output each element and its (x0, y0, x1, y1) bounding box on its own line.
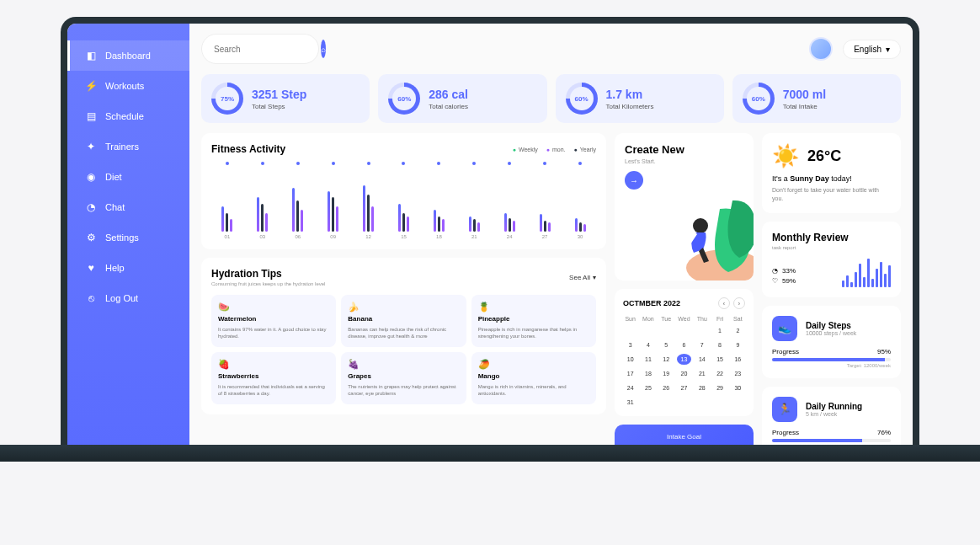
cal-dayhead: Sun (623, 316, 637, 322)
cal-day[interactable]: 4 (641, 339, 655, 350)
cal-day[interactable]: 28 (695, 382, 709, 393)
cal-day (623, 325, 637, 336)
review-title: Monthly Review (772, 232, 891, 243)
stat-label: Total Kilometers (606, 103, 654, 110)
chart-bar-group: 30 (566, 163, 594, 239)
tip-card[interactable]: 🍇GrapesThe nutrients in grapes may help … (341, 352, 466, 404)
chart-bar-group: 06 (284, 163, 312, 239)
fruit-icon: 🍍 (478, 302, 589, 313)
cal-next-icon[interactable]: › (733, 297, 745, 309)
sidebar-item-dashboard[interactable]: ◧Dashboard (67, 40, 189, 71)
sidebar-item-trainers[interactable]: ✦Trainers (67, 131, 189, 162)
cal-day[interactable]: 21 (695, 368, 709, 379)
sidebar-item-settings[interactable]: ⚙Settings (67, 222, 189, 253)
cal-day[interactable]: 8 (712, 339, 727, 350)
cal-day[interactable]: 7 (695, 339, 709, 350)
log out-icon: ⎋ (85, 292, 97, 304)
search-icon[interactable]: ⌕ (321, 40, 326, 58)
cal-day[interactable]: 6 (677, 339, 691, 350)
fruit-icon: 🍓 (218, 359, 329, 370)
stat-label: Total calories (429, 103, 468, 110)
stat-card: 75%3251 StepTotal Steps (201, 74, 370, 123)
cal-day[interactable]: 5 (659, 339, 674, 350)
stat-label: Total Steps (252, 103, 306, 110)
settings-icon: ⚙ (85, 232, 97, 243)
cal-day[interactable]: 16 (731, 354, 745, 365)
topbar: ⌕ English▾ (201, 34, 901, 64)
goal-icon: 👟 (772, 316, 797, 341)
cal-day[interactable]: 1 (712, 325, 727, 336)
cal-day (659, 397, 674, 408)
stat-card: 60%1.7 kmTotal Kilometers (556, 74, 724, 123)
create-sub: Lest's Start. (625, 158, 743, 164)
temperature: 26°C (807, 147, 841, 165)
cal-dayhead: Thu (695, 316, 709, 322)
cal-day[interactable]: 20 (677, 368, 691, 379)
search-box[interactable]: ⌕ (201, 34, 319, 64)
sidebar-item-workouts[interactable]: ⚡Workouts (67, 71, 189, 101)
svg-point-1 (693, 218, 708, 233)
tip-card[interactable]: 🍌BananaBananas can help reduce the risk … (341, 295, 466, 347)
avatar[interactable] (809, 37, 833, 61)
progress-bar (772, 439, 891, 442)
cal-day[interactable]: 27 (677, 382, 691, 393)
stat-value: 7000 ml (783, 88, 826, 101)
fruit-icon: 🥭 (478, 359, 589, 370)
cal-day[interactable]: 11 (641, 354, 655, 365)
review-sub: task report (772, 245, 891, 250)
fitness-activity-card: Fitness Activity Weekly mon. Yearly 0103… (201, 133, 606, 249)
cal-day[interactable]: 13 (677, 354, 691, 365)
cal-day[interactable]: 23 (731, 368, 745, 379)
sidebar-item-log-out[interactable]: ⎋Log Out (67, 283, 189, 313)
monthly-review-card: Monthly Review task report ◔33% ♡59% (762, 222, 901, 297)
sidebar-item-help[interactable]: ♥Help (67, 253, 189, 283)
cal-day[interactable]: 19 (659, 368, 674, 379)
hydration-title: Hydration Tips (211, 268, 325, 280)
see-all-link[interactable]: See All▾ (569, 274, 596, 281)
dashboard-icon: ◧ (85, 50, 97, 61)
clock-icon: ◔ (772, 267, 778, 275)
chart-bar-group: 03 (248, 163, 277, 239)
progress-bar (772, 358, 891, 361)
cal-day[interactable]: 31 (623, 397, 637, 408)
cal-day[interactable]: 29 (712, 382, 727, 393)
progress-ring: 60% (566, 83, 598, 115)
tip-card[interactable]: 🍍PineapplePineapple is rich in manganese… (471, 295, 596, 347)
cal-day[interactable]: 15 (712, 354, 727, 365)
cal-day[interactable]: 9 (731, 339, 745, 350)
sidebar-item-schedule[interactable]: ▤Schedule (67, 101, 189, 131)
language-select[interactable]: English▾ (843, 40, 901, 59)
tip-card[interactable]: 🍓StrawberriesIt is recommended that indi… (211, 352, 336, 404)
cal-day (641, 397, 655, 408)
cal-day (677, 397, 691, 408)
sidebar-item-chat[interactable]: ◔Chat (67, 192, 189, 222)
trainers-icon: ✦ (85, 141, 97, 152)
cal-day[interactable]: 14 (695, 354, 709, 365)
cal-day[interactable]: 18 (641, 368, 655, 379)
search-input[interactable] (214, 45, 321, 54)
create-arrow-button[interactable]: → (625, 171, 643, 190)
cal-day[interactable]: 24 (623, 382, 637, 393)
progress-ring: 75% (211, 83, 243, 115)
help-icon: ♥ (85, 262, 97, 274)
cal-day[interactable]: 2 (731, 325, 745, 336)
chart-bar-group: 24 (495, 163, 524, 239)
cal-day[interactable]: 17 (623, 368, 637, 379)
stat-value: 1.7 km (606, 88, 654, 101)
cal-day[interactable]: 30 (731, 382, 745, 393)
cal-day[interactable]: 12 (659, 354, 674, 365)
weather-text: It's a Sunny Day today! (772, 174, 891, 183)
cal-prev-icon[interactable]: ‹ (718, 297, 730, 309)
cal-day[interactable]: 3 (623, 339, 637, 350)
chart-bar-group: 21 (460, 163, 488, 239)
cal-day[interactable]: 10 (623, 354, 637, 365)
cal-day[interactable]: 26 (659, 382, 674, 393)
sidebar-item-diet[interactable]: ◉Diet (67, 162, 189, 192)
chevron-down-icon: ▾ (886, 45, 890, 54)
intake-label: Intake Goal (623, 433, 745, 441)
cal-day[interactable]: 22 (712, 368, 727, 379)
tip-card[interactable]: 🥭MangoMango is rich in vitamins, mineral… (471, 352, 596, 404)
cal-day (695, 397, 709, 408)
tip-card[interactable]: 🍉WatermelonIt contains 97% water in it. … (211, 295, 336, 347)
cal-day[interactable]: 25 (641, 382, 655, 393)
